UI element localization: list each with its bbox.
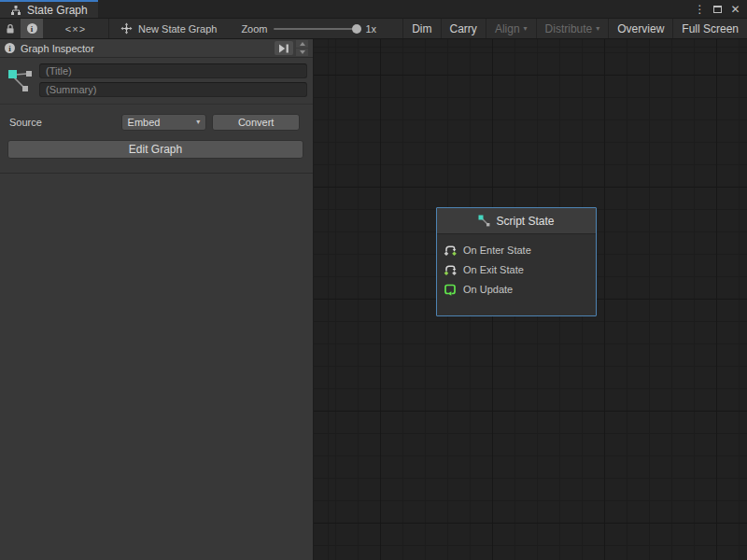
align-dropdown-button[interactable]: Align ▾ xyxy=(486,19,536,38)
triangle-down-icon xyxy=(300,50,305,54)
new-state-graph-button[interactable]: New State Graph xyxy=(109,19,228,38)
lock-button[interactable] xyxy=(0,19,21,38)
zoom-slider-knob[interactable] xyxy=(352,24,361,34)
toolbar-right-group: Dim Carry Align ▾ Distribute ▾ Overview … xyxy=(402,19,747,38)
graph-meta-fields xyxy=(39,63,307,97)
pan-move-icon xyxy=(120,22,133,35)
toolbar: i <×> New State Graph Zoom 1x Dim Carry xyxy=(0,19,747,39)
carry-button[interactable]: Carry xyxy=(441,19,486,38)
convert-button[interactable]: Convert xyxy=(212,114,300,131)
graph-title-input[interactable] xyxy=(39,63,307,78)
state-graph-window: State Graph ⋮ ✕ i <×> New State Graph xyxy=(0,0,747,560)
edit-graph-button[interactable]: Edit Graph xyxy=(7,140,303,159)
graph-inspector-header: i Graph Inspector xyxy=(0,39,313,58)
expand-right-icon xyxy=(278,44,289,53)
script-state-node[interactable]: Script State On Enter State xyxy=(436,207,597,316)
triangle-up-icon xyxy=(300,42,305,46)
panel-spinner xyxy=(296,40,308,56)
zoom-control: Zoom 1x xyxy=(241,19,376,38)
exit-state-icon xyxy=(444,263,457,276)
source-value: Embed xyxy=(128,117,161,128)
zoom-slider[interactable] xyxy=(274,28,360,30)
inspector-header-controls xyxy=(275,40,308,56)
info-icon: i xyxy=(5,43,15,53)
graph-asset-icon xyxy=(4,63,39,97)
overview-button[interactable]: Overview xyxy=(608,19,672,38)
zoom-label: Zoom xyxy=(241,23,267,35)
node-row-label: On Update xyxy=(463,284,513,295)
node-row-label: On Enter State xyxy=(463,245,531,256)
update-icon xyxy=(444,283,457,296)
graph-canvas[interactable]: Script State On Enter State xyxy=(314,39,747,560)
chevron-down-icon: ▾ xyxy=(524,25,528,33)
title-bar: State Graph ⋮ ✕ xyxy=(0,0,747,19)
script-state-icon xyxy=(478,215,490,227)
inspector-toggle-button[interactable]: i xyxy=(21,19,43,38)
graph-inspector-title: Graph Inspector xyxy=(21,43,94,54)
align-label: Align xyxy=(495,22,520,35)
graph-inspector-panel: i Graph Inspector xyxy=(0,39,314,560)
maximize-icon[interactable] xyxy=(710,2,726,17)
main-content: i Graph Inspector xyxy=(0,39,747,560)
chevron-down-icon: ▾ xyxy=(596,25,599,33)
carry-label: Carry xyxy=(450,22,477,35)
overview-label: Overview xyxy=(617,22,664,35)
spinner-up-button[interactable] xyxy=(296,40,308,48)
node-row-label: On Exit State xyxy=(463,264,524,275)
distribute-dropdown-button[interactable]: Distribute ▾ xyxy=(536,19,609,38)
new-state-graph-label: New State Graph xyxy=(138,23,217,35)
tab-state-graph[interactable]: State Graph xyxy=(0,0,98,18)
source-label: Source xyxy=(9,117,121,128)
dim-label: Dim xyxy=(412,22,431,35)
tab-title: State Graph xyxy=(27,4,88,17)
source-select[interactable]: Embed ▾ xyxy=(121,114,207,131)
zoom-value: 1x xyxy=(366,23,377,35)
dim-button[interactable]: Dim xyxy=(402,19,440,38)
inspector-empty-area xyxy=(0,174,313,560)
graph-meta-section xyxy=(0,58,313,105)
node-header[interactable]: Script State xyxy=(437,208,596,234)
code-view-button[interactable]: <×> xyxy=(43,19,108,38)
window-menu-icon[interactable]: ⋮ xyxy=(692,2,708,17)
hierarchy-icon xyxy=(10,5,21,16)
node-row-on-exit-state[interactable]: On Exit State xyxy=(444,259,596,279)
node-title: Script State xyxy=(496,215,554,228)
info-icon: i xyxy=(27,23,37,34)
close-icon[interactable]: ✕ xyxy=(727,2,743,17)
enter-state-icon xyxy=(444,244,457,257)
node-body: On Enter State On Exit State xyxy=(437,234,596,299)
full-screen-button[interactable]: Full Screen xyxy=(672,19,747,38)
maximize-glyph xyxy=(713,6,722,13)
full-screen-label: Full Screen xyxy=(682,22,739,35)
lock-icon xyxy=(6,23,15,35)
node-row-on-enter-state[interactable]: On Enter State xyxy=(444,240,596,259)
window-controls: ⋮ ✕ xyxy=(692,0,747,18)
spinner-down-button[interactable] xyxy=(296,49,308,56)
graph-summary-input[interactable] xyxy=(39,82,307,97)
distribute-label: Distribute xyxy=(545,22,593,35)
chevron-down-icon: ▾ xyxy=(196,119,200,126)
source-row: Source Embed ▾ Convert xyxy=(0,105,313,138)
node-row-on-update[interactable]: On Update xyxy=(444,279,596,299)
dock-panel-button[interactable] xyxy=(275,41,293,55)
